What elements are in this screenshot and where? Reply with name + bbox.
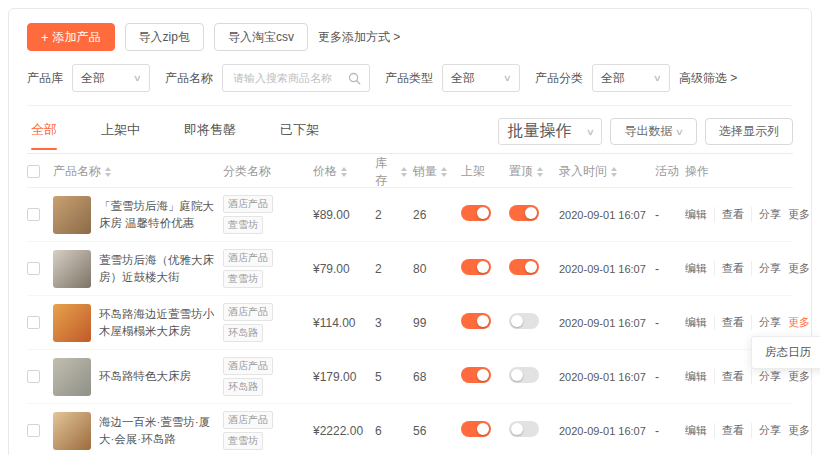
on-shelf-toggle[interactable] <box>461 313 491 329</box>
sort-icon[interactable] <box>537 167 543 177</box>
more-link[interactable]: 更多 <box>788 370 817 382</box>
search-icon[interactable] <box>348 72 361 85</box>
category-tag: 酒店产品 <box>223 411 273 429</box>
sales-value: 99 <box>413 316 461 330</box>
sort-icon[interactable] <box>105 167 111 177</box>
created-time: 2020-09-01 16:07 <box>559 263 655 275</box>
stock-value: 2 <box>375 262 413 276</box>
sort-icon[interactable] <box>401 167 407 177</box>
header-on-shelf: 上架 <box>461 164 485 178</box>
more-link[interactable]: 更多 <box>788 424 817 436</box>
product-thumbnail <box>53 196 91 234</box>
edit-link[interactable]: 编辑 <box>685 261 714 276</box>
product-type-select[interactable]: 全部 ∨ <box>442 64 520 92</box>
select-all-checkbox[interactable] <box>27 165 40 178</box>
header-created-time: 录入时间 <box>559 163 607 180</box>
view-link[interactable]: 查看 <box>714 369 751 384</box>
stock-value: 2 <box>375 208 413 222</box>
import-taobao-csv-button[interactable]: 导入淘宝csv <box>214 23 308 51</box>
on-shelf-toggle[interactable] <box>461 367 491 383</box>
edit-link[interactable]: 编辑 <box>685 369 714 384</box>
stock-value: 6 <box>375 424 413 438</box>
room-calendar-popup[interactable]: 房态日历 <box>751 336 820 369</box>
product-thumbnail <box>53 304 91 342</box>
activity-value: - <box>655 370 685 384</box>
batch-operation-select[interactable]: 批量操作 ∨ <box>498 118 602 145</box>
product-category-select[interactable]: 全部 ∨ <box>592 64 670 92</box>
share-link[interactable]: 分享 <box>751 369 788 384</box>
batch-operation-value: 批量操作 <box>507 121 571 142</box>
created-time: 2020-09-01 16:07 <box>559 371 655 383</box>
sort-icon[interactable] <box>341 167 347 177</box>
add-product-label: 添加产品 <box>53 29 101 46</box>
category-tag: 萱雪坊 <box>223 270 263 288</box>
product-library-select[interactable]: 全部 ∨ <box>72 64 150 92</box>
product-name: 环岛路海边近萱雪坊小木屋榻榻米大床房 <box>99 306 217 339</box>
activity-value: - <box>655 208 685 222</box>
product-thumbnail <box>53 412 91 450</box>
row-checkbox[interactable] <box>27 208 40 221</box>
edit-link[interactable]: 编辑 <box>685 423 714 438</box>
row-checkbox[interactable] <box>27 262 40 275</box>
edit-link[interactable]: 编辑 <box>685 207 714 222</box>
tab-all[interactable]: 全部 <box>31 121 57 150</box>
header-pinned: 置顶 <box>509 163 533 180</box>
row-checkbox[interactable] <box>27 370 40 383</box>
row-checkbox[interactable] <box>27 316 40 329</box>
pin-toggle[interactable] <box>509 313 539 329</box>
view-link[interactable]: 查看 <box>714 207 751 222</box>
advanced-filter-link[interactable]: 高级筛选 > <box>679 70 737 87</box>
on-shelf-toggle[interactable] <box>461 205 491 221</box>
pin-toggle[interactable] <box>509 421 539 437</box>
share-link[interactable]: 分享 <box>751 315 788 330</box>
share-link[interactable]: 分享 <box>751 261 788 276</box>
chevron-down-icon: ∨ <box>133 73 142 83</box>
created-time: 2020-09-01 16:07 <box>559 317 655 329</box>
share-link[interactable]: 分享 <box>751 207 788 222</box>
plus-icon: + <box>41 31 49 44</box>
row-checkbox[interactable] <box>27 424 40 437</box>
activity-value: - <box>655 262 685 276</box>
view-link[interactable]: 查看 <box>714 423 751 438</box>
product-management-panel: + 添加产品 导入zip包 导入淘宝csv 更多添加方式 > 产品库 全部 ∨ … <box>8 8 812 455</box>
more-link[interactable]: 更多 <box>788 208 817 220</box>
stock-value: 5 <box>375 370 413 384</box>
share-link[interactable]: 分享 <box>751 423 788 438</box>
view-link[interactable]: 查看 <box>714 315 751 330</box>
tab-almost-soldout[interactable]: 即将售罄 <box>184 121 236 150</box>
on-shelf-toggle[interactable] <box>461 421 491 437</box>
product-name-search <box>222 64 370 92</box>
tab-on-shelf[interactable]: 上架中 <box>101 121 140 150</box>
price-value: ¥79.00 <box>313 262 375 276</box>
more-link[interactable]: 更多 <box>788 262 817 274</box>
sort-icon[interactable] <box>611 167 617 177</box>
search-input[interactable] <box>231 71 342 85</box>
product-category-label: 产品分类 <box>535 70 583 87</box>
product-category-value: 全部 <box>601 70 625 87</box>
view-link[interactable]: 查看 <box>714 261 751 276</box>
more-add-methods-link[interactable]: 更多添加方式 > <box>318 29 400 46</box>
pin-toggle[interactable] <box>509 367 539 383</box>
more-link[interactable]: 更多 <box>788 316 817 328</box>
activity-value: - <box>655 316 685 330</box>
list-actions: 批量操作 ∨ 导出数据 ∨ 选择显示列 <box>498 118 793 153</box>
product-thumbnail <box>53 358 91 396</box>
pin-toggle[interactable] <box>509 259 539 275</box>
product-name: 萱雪坊后海（优雅大床房）近鼓楼大街 <box>99 252 217 285</box>
category-tag: 酒店产品 <box>223 357 273 375</box>
choose-columns-button[interactable]: 选择显示列 <box>705 118 793 145</box>
product-name: 环岛路特色大床房 <box>99 368 191 385</box>
sort-icon[interactable] <box>441 167 447 177</box>
export-data-button[interactable]: 导出数据 ∨ <box>610 118 697 145</box>
import-zip-button[interactable]: 导入zip包 <box>125 23 204 51</box>
pin-toggle[interactable] <box>509 205 539 221</box>
table-header: 产品名称 分类名称 价格 库存 销量 上架 置顶 录入时间 活动 操作 <box>27 156 793 188</box>
product-name: 「萱雪坊后海」庭院大床房 温馨特价优惠 <box>99 198 217 231</box>
table-body: 「萱雪坊后海」庭院大床房 温馨特价优惠 酒店产品 萱雪坊 ¥89.00 2 26… <box>27 188 793 455</box>
header-actions: 操作 <box>685 163 709 180</box>
on-shelf-toggle[interactable] <box>461 259 491 275</box>
edit-link[interactable]: 编辑 <box>685 315 714 330</box>
tabs-row: 全部 上架中 即将售罄 已下架 批量操作 ∨ 导出数据 ∨ 选择显示列 <box>27 108 793 154</box>
tab-off-shelf[interactable]: 已下架 <box>280 121 319 150</box>
add-product-button[interactable]: + 添加产品 <box>27 23 115 51</box>
